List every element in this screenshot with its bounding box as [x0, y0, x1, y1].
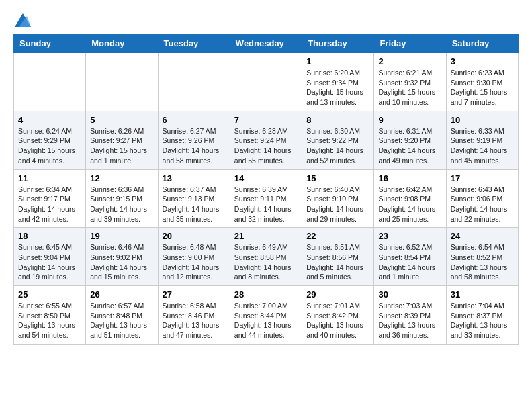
day-detail: Sunrise: 6:30 AM Sunset: 9:22 PM Dayligh… — [306, 126, 369, 166]
day-number: 18 — [18, 231, 81, 241]
calendar-cell: 1Sunrise: 6:20 AM Sunset: 9:34 PM Daylig… — [302, 53, 374, 111]
day-number: 6 — [163, 115, 226, 125]
day-detail: Sunrise: 6:37 AM Sunset: 9:13 PM Dayligh… — [163, 185, 226, 224]
day-detail: Sunrise: 6:45 AM Sunset: 9:04 PM Dayligh… — [18, 242, 81, 282]
calendar-week-row: 18Sunrise: 6:45 AM Sunset: 9:04 PM Dayli… — [14, 228, 519, 286]
day-of-week-header: Sunday — [14, 34, 86, 53]
calendar-header-row: SundayMondayTuesdayWednesdayThursdayFrid… — [14, 34, 519, 53]
day-detail: Sunrise: 6:43 AM Sunset: 9:06 PM Dayligh… — [451, 185, 514, 224]
day-number: 16 — [378, 173, 441, 183]
day-detail: Sunrise: 6:24 AM Sunset: 9:29 PM Dayligh… — [18, 126, 81, 166]
day-detail: Sunrise: 6:21 AM Sunset: 9:32 PM Dayligh… — [378, 68, 441, 107]
day-detail: Sunrise: 7:00 AM Sunset: 8:44 PM Dayligh… — [234, 301, 298, 340]
calendar-cell: 31Sunrise: 7:04 AM Sunset: 8:37 PM Dayli… — [446, 286, 518, 345]
day-detail: Sunrise: 6:55 AM Sunset: 8:50 PM Dayligh… — [18, 301, 81, 340]
day-number: 2 — [378, 56, 441, 66]
day-detail: Sunrise: 6:34 AM Sunset: 9:17 PM Dayligh… — [18, 185, 81, 224]
day-detail: Sunrise: 6:49 AM Sunset: 8:58 PM Dayligh… — [234, 242, 298, 282]
day-number: 17 — [451, 173, 514, 183]
day-detail: Sunrise: 6:42 AM Sunset: 9:08 PM Dayligh… — [378, 185, 441, 224]
day-detail: Sunrise: 7:03 AM Sunset: 8:39 PM Dayligh… — [378, 301, 441, 340]
logo — [13, 13, 31, 27]
calendar-cell: 23Sunrise: 6:52 AM Sunset: 8:54 PM Dayli… — [374, 228, 446, 286]
day-number: 14 — [234, 173, 298, 183]
day-detail: Sunrise: 6:48 AM Sunset: 9:00 PM Dayligh… — [163, 242, 226, 282]
day-number: 7 — [234, 115, 298, 125]
day-detail: Sunrise: 6:57 AM Sunset: 8:48 PM Dayligh… — [90, 301, 153, 340]
calendar-week-row: 1Sunrise: 6:20 AM Sunset: 9:34 PM Daylig… — [14, 53, 519, 111]
day-of-week-header: Tuesday — [158, 34, 230, 53]
day-of-week-header: Monday — [86, 34, 158, 53]
day-number: 9 — [378, 115, 441, 125]
calendar-cell: 20Sunrise: 6:48 AM Sunset: 9:00 PM Dayli… — [158, 228, 230, 286]
day-number: 25 — [18, 289, 81, 300]
day-detail: Sunrise: 6:31 AM Sunset: 9:20 PM Dayligh… — [378, 126, 441, 166]
calendar-cell: 17Sunrise: 6:43 AM Sunset: 9:06 PM Dayli… — [446, 169, 518, 228]
calendar-cell: 10Sunrise: 6:33 AM Sunset: 9:19 PM Dayli… — [446, 111, 518, 169]
day-number: 13 — [163, 173, 226, 183]
day-number: 27 — [163, 289, 226, 300]
calendar-cell: 27Sunrise: 6:58 AM Sunset: 8:46 PM Dayli… — [158, 286, 230, 345]
day-number: 28 — [234, 289, 298, 300]
calendar-cell — [230, 53, 302, 111]
day-detail: Sunrise: 7:01 AM Sunset: 8:42 PM Dayligh… — [306, 301, 369, 340]
calendar-cell — [86, 53, 158, 111]
day-number: 5 — [90, 115, 153, 125]
day-number: 24 — [451, 231, 514, 241]
calendar-cell: 30Sunrise: 7:03 AM Sunset: 8:39 PM Dayli… — [374, 286, 446, 345]
day-number: 19 — [90, 231, 153, 241]
calendar-cell: 5Sunrise: 6:26 AM Sunset: 9:27 PM Daylig… — [86, 111, 158, 169]
day-detail: Sunrise: 6:46 AM Sunset: 9:02 PM Dayligh… — [90, 242, 153, 282]
calendar-cell: 15Sunrise: 6:40 AM Sunset: 9:10 PM Dayli… — [302, 169, 374, 228]
day-number: 26 — [90, 289, 153, 300]
page-header — [13, 13, 519, 27]
calendar-week-row: 4Sunrise: 6:24 AM Sunset: 9:29 PM Daylig… — [14, 111, 519, 169]
day-detail: Sunrise: 6:40 AM Sunset: 9:10 PM Dayligh… — [306, 185, 369, 224]
day-number: 20 — [163, 231, 226, 241]
day-detail: Sunrise: 6:26 AM Sunset: 9:27 PM Dayligh… — [90, 126, 153, 166]
day-of-week-header: Saturday — [446, 34, 518, 53]
day-of-week-header: Wednesday — [230, 34, 302, 53]
day-detail: Sunrise: 6:27 AM Sunset: 9:26 PM Dayligh… — [163, 126, 226, 166]
calendar-week-row: 25Sunrise: 6:55 AM Sunset: 8:50 PM Dayli… — [14, 286, 519, 345]
calendar-cell: 21Sunrise: 6:49 AM Sunset: 8:58 PM Dayli… — [230, 228, 302, 286]
day-detail: Sunrise: 6:54 AM Sunset: 8:52 PM Dayligh… — [451, 242, 514, 282]
calendar-cell: 4Sunrise: 6:24 AM Sunset: 9:29 PM Daylig… — [14, 111, 86, 169]
day-detail: Sunrise: 6:52 AM Sunset: 8:54 PM Dayligh… — [378, 242, 441, 282]
day-number: 22 — [306, 231, 369, 241]
calendar-cell: 13Sunrise: 6:37 AM Sunset: 9:13 PM Dayli… — [158, 169, 230, 228]
calendar-cell: 6Sunrise: 6:27 AM Sunset: 9:26 PM Daylig… — [158, 111, 230, 169]
calendar-cell: 25Sunrise: 6:55 AM Sunset: 8:50 PM Dayli… — [14, 286, 86, 345]
day-of-week-header: Thursday — [302, 34, 374, 53]
day-number: 21 — [234, 231, 298, 241]
day-of-week-header: Friday — [374, 34, 446, 53]
calendar-cell: 7Sunrise: 6:28 AM Sunset: 9:24 PM Daylig… — [230, 111, 302, 169]
calendar-cell: 19Sunrise: 6:46 AM Sunset: 9:02 PM Dayli… — [86, 228, 158, 286]
calendar-cell: 14Sunrise: 6:39 AM Sunset: 9:11 PM Dayli… — [230, 169, 302, 228]
calendar-cell: 26Sunrise: 6:57 AM Sunset: 8:48 PM Dayli… — [86, 286, 158, 345]
day-detail: Sunrise: 6:28 AM Sunset: 9:24 PM Dayligh… — [234, 126, 298, 166]
day-detail: Sunrise: 6:23 AM Sunset: 9:30 PM Dayligh… — [451, 68, 514, 107]
day-detail: Sunrise: 6:20 AM Sunset: 9:34 PM Dayligh… — [306, 68, 369, 107]
day-number: 11 — [18, 173, 81, 183]
day-number: 30 — [378, 289, 441, 300]
day-detail: Sunrise: 6:51 AM Sunset: 8:56 PM Dayligh… — [306, 242, 369, 282]
day-number: 23 — [378, 231, 441, 241]
calendar-cell: 12Sunrise: 6:36 AM Sunset: 9:15 PM Dayli… — [86, 169, 158, 228]
calendar-cell: 2Sunrise: 6:21 AM Sunset: 9:32 PM Daylig… — [374, 53, 446, 111]
calendar-cell: 28Sunrise: 7:00 AM Sunset: 8:44 PM Dayli… — [230, 286, 302, 345]
calendar-cell — [14, 53, 86, 111]
day-detail: Sunrise: 6:33 AM Sunset: 9:19 PM Dayligh… — [451, 126, 514, 166]
day-number: 12 — [90, 173, 153, 183]
day-number: 29 — [306, 289, 369, 300]
day-number: 15 — [306, 173, 369, 183]
calendar-cell: 11Sunrise: 6:34 AM Sunset: 9:17 PM Dayli… — [14, 169, 86, 228]
calendar-week-row: 11Sunrise: 6:34 AM Sunset: 9:17 PM Dayli… — [14, 169, 519, 228]
calendar-cell: 3Sunrise: 6:23 AM Sunset: 9:30 PM Daylig… — [446, 53, 518, 111]
calendar-cell: 18Sunrise: 6:45 AM Sunset: 9:04 PM Dayli… — [14, 228, 86, 286]
logo-icon — [15, 13, 31, 27]
day-detail: Sunrise: 7:04 AM Sunset: 8:37 PM Dayligh… — [451, 301, 514, 340]
day-detail: Sunrise: 6:39 AM Sunset: 9:11 PM Dayligh… — [234, 185, 298, 224]
day-number: 31 — [451, 289, 514, 300]
calendar-cell: 16Sunrise: 6:42 AM Sunset: 9:08 PM Dayli… — [374, 169, 446, 228]
